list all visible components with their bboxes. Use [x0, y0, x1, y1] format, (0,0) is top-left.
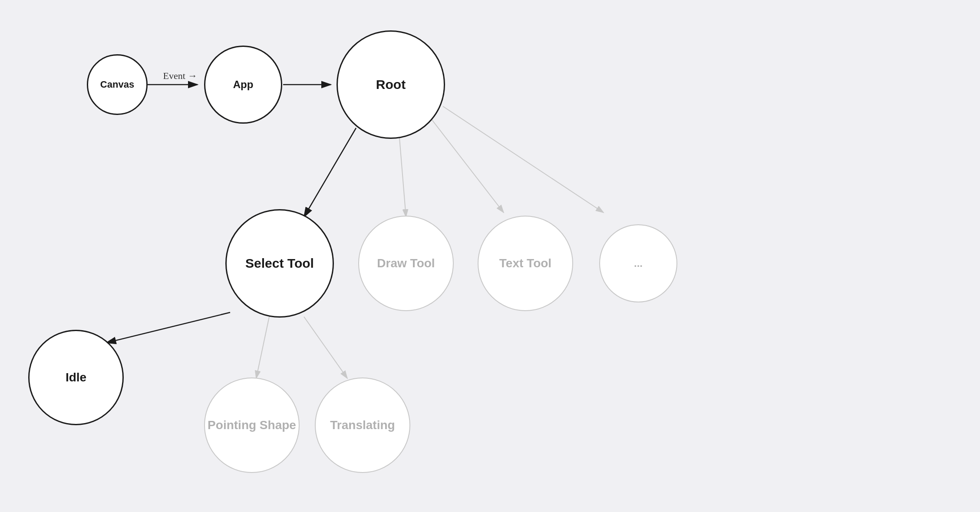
- svg-line-7: [443, 106, 604, 213]
- node-text-tool-label: Text Tool: [499, 256, 551, 270]
- node-ellipsis: ...: [599, 224, 677, 302]
- node-select-tool: Select Tool: [225, 209, 334, 318]
- node-ellipsis-label: ...: [634, 257, 643, 269]
- node-app: App: [204, 46, 282, 124]
- node-pointing-shape: Pointing Shape: [204, 377, 300, 473]
- node-draw-tool-label: Draw Tool: [377, 256, 435, 270]
- diagram: Event → Canvas App Root Select Tool Idle…: [0, 0, 980, 512]
- node-idle: Idle: [28, 330, 124, 425]
- node-pointing-shape-label: Pointing Shape: [208, 418, 296, 432]
- node-canvas-label: Canvas: [100, 79, 134, 90]
- svg-line-10: [304, 317, 347, 378]
- svg-line-4: [304, 128, 356, 217]
- node-draw-tool: Draw Tool: [358, 216, 454, 311]
- node-idle-label: Idle: [66, 371, 86, 384]
- event-label: Event →: [163, 70, 198, 82]
- svg-line-9: [256, 317, 269, 378]
- node-select-tool-label: Select Tool: [245, 256, 314, 271]
- node-root-label: Root: [376, 77, 406, 92]
- svg-line-6: [430, 117, 504, 213]
- node-root: Root: [337, 30, 445, 139]
- svg-line-5: [399, 138, 406, 217]
- node-translating: Translating: [315, 377, 410, 473]
- node-app-label: App: [233, 79, 254, 91]
- node-translating-label: Translating: [330, 418, 395, 432]
- node-canvas: Canvas: [87, 54, 148, 115]
- svg-line-8: [106, 312, 230, 343]
- node-text-tool: Text Tool: [478, 216, 573, 311]
